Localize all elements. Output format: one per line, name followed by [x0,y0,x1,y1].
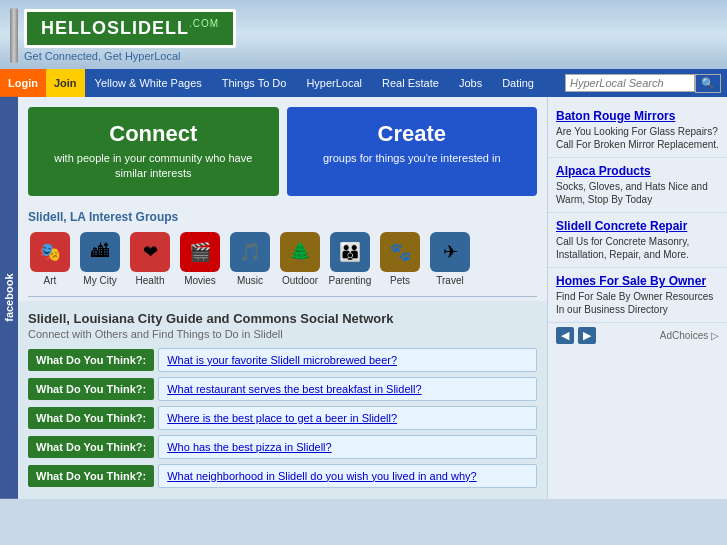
ad-choices-label: AdChoices ▷ [660,330,719,341]
pets-icon: 🐾 [380,232,420,272]
city-label: My City [83,275,116,286]
outdoor-label: Outdoor [282,275,318,286]
wdyt-question-5[interactable]: What neighborhood in Slidell do you wish… [158,464,537,488]
wdyt-question-4[interactable]: Who has the best pizza in Slidell? [158,435,537,459]
nav-dating[interactable]: Dating [492,69,544,97]
movies-icon: 🎬 [180,232,220,272]
nav-real-estate[interactable]: Real Estate [372,69,449,97]
health-icon: ❤ [130,232,170,272]
travel-label: Travel [436,275,463,286]
movies-label: Movies [184,275,216,286]
city-guide-title: Slidell, Louisiana City Guide and Common… [28,311,537,326]
create-box[interactable]: Create groups for things you're interest… [287,107,538,196]
ad-3-title[interactable]: Slidell Concrete Repair [556,219,719,233]
nav-things-to-do[interactable]: Things To Do [212,69,297,97]
pets-label: Pets [390,275,410,286]
navbar: Login Join Yellow & White Pages Things T… [0,69,727,97]
ads-container: Baton Rouge Mirrors Are You Looking For … [548,97,727,354]
wdyt-row-4: What Do You Think?: Who has the best piz… [28,435,537,459]
ad-2: Alpaca Products Socks, Gloves, and Hats … [548,158,727,213]
create-title: Create [299,121,526,147]
ad-1: Baton Rouge Mirrors Are You Looking For … [548,103,727,158]
interest-city[interactable]: 🏙 My City [78,232,122,286]
wdyt-row-1: What Do You Think?: What is your favorit… [28,348,537,372]
wdyt-question-3[interactable]: Where is the best place to get a beer in… [158,406,537,430]
city-guide: Slidell, Louisiana City Guide and Common… [18,301,547,499]
interest-title: Slidell, LA Interest Groups [28,210,537,224]
wdyt-question-1[interactable]: What is your favorite Slidell microbrewe… [158,348,537,372]
wdyt-row-3: What Do You Think?: Where is the best pl… [28,406,537,430]
wdyt-row-2: What Do You Think?: What restaurant serv… [28,377,537,401]
interest-music[interactable]: 🎵 Music [228,232,272,286]
search-button[interactable]: 🔍 [695,74,721,93]
brand-container: HELLOSLIDELL.COM Get Connected, Get Hype… [10,8,236,63]
brand-hello: HELLO [41,18,107,38]
ad-4-title[interactable]: Homes For Sale By Owner [556,274,719,288]
nav-jobs[interactable]: Jobs [449,69,492,97]
travel-icon: ✈ [430,232,470,272]
wdyt-label-2: What Do You Think?: [28,378,154,400]
city-guide-subtitle: Connect with Others and Find Things to D… [28,328,537,340]
header: HELLOSLIDELL.COM Get Connected, Get Hype… [0,0,727,69]
ad-2-title[interactable]: Alpaca Products [556,164,719,178]
main-content: facebook Connect with people in your com… [0,97,727,499]
wdyt-label-5: What Do You Think?: [28,465,154,487]
wdyt-row-5: What Do You Think?: What neighborhood in… [28,464,537,488]
health-label: Health [136,275,165,286]
art-label: Art [44,275,57,286]
ad-4: Homes For Sale By Owner Find For Sale By… [548,268,727,323]
art-icon: 🎭 [30,232,70,272]
interest-movies[interactable]: 🎬 Movies [178,232,222,286]
music-icon: 🎵 [230,232,270,272]
brand-com: .COM [189,18,219,29]
center-panel: Connect with people in your community wh… [18,97,547,499]
ad-next-button[interactable]: ▶ [578,327,596,344]
interest-outdoor[interactable]: 🌲 Outdoor [278,232,322,286]
ad-3-desc: Call Us for Concrete Masonry, Installati… [556,235,719,261]
interest-icons: 🎭 Art 🏙 My City ❤ Health 🎬 Movies 🎵 [28,232,537,286]
ad-1-title[interactable]: Baton Rouge Mirrors [556,109,719,123]
interest-health[interactable]: ❤ Health [128,232,172,286]
street-pole [10,8,18,63]
wdyt-label-4: What Do You Think?: [28,436,154,458]
login-button[interactable]: Login [0,69,46,97]
ad-prev-button[interactable]: ◀ [556,327,574,344]
wdyt-label-3: What Do You Think?: [28,407,154,429]
right-sidebar: Baton Rouge Mirrors Are You Looking For … [547,97,727,499]
wdyt-label-1: What Do You Think?: [28,349,154,371]
search-input[interactable] [565,74,695,92]
connect-desc: with people in your community who have s… [40,151,267,182]
brand-sign: HELLOSLIDELL.COM [24,9,236,48]
ad-2-desc: Socks, Gloves, and Hats Nice and Warm, S… [556,180,719,206]
connect-box[interactable]: Connect with people in your community wh… [28,107,279,196]
parenting-label: Parenting [329,275,372,286]
tagline: Get Connected, Get HyperLocal [24,50,236,62]
nav-hyperlocal[interactable]: HyperLocal [296,69,372,97]
ad-navigation: ◀ ▶ AdChoices ▷ [548,323,727,348]
wdyt-question-2[interactable]: What restaurant serves the best breakfas… [158,377,537,401]
parenting-icon: 👪 [330,232,370,272]
ad-1-desc: Are You Looking For Glass Repairs? Call … [556,125,719,151]
outdoor-icon: 🌲 [280,232,320,272]
brand-slidell: SLIDELL [107,18,189,38]
nav-yellow-pages[interactable]: Yellow & White Pages [85,69,212,97]
search-container: 🔍 [565,74,727,93]
facebook-sidebar[interactable]: facebook [0,97,18,499]
connect-title: Connect [40,121,267,147]
city-icon: 🏙 [80,232,120,272]
interest-travel[interactable]: ✈ Travel [428,232,472,286]
interest-pets[interactable]: 🐾 Pets [378,232,422,286]
create-desc: groups for things you're interested in [299,151,526,166]
interest-parenting[interactable]: 👪 Parenting [328,232,372,286]
interest-section: Slidell, LA Interest Groups 🎭 Art 🏙 My C… [18,204,547,292]
divider [28,296,537,297]
connect-create-row: Connect with people in your community wh… [18,97,547,204]
music-label: Music [237,275,263,286]
interest-art[interactable]: 🎭 Art [28,232,72,286]
ad-3: Slidell Concrete Repair Call Us for Conc… [548,213,727,268]
ad-4-desc: Find For Sale By Owner Resources In our … [556,290,719,316]
join-button[interactable]: Join [46,69,85,97]
